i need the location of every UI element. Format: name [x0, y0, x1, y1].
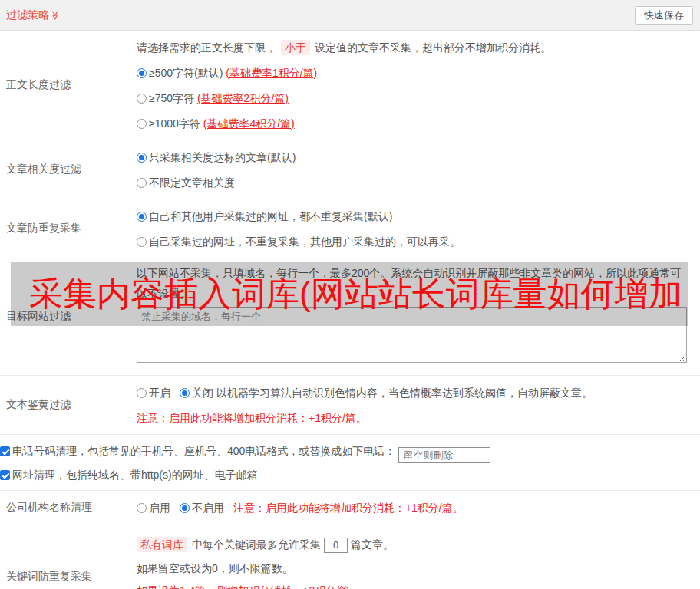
url-clean-option[interactable]: 网址清理，包括纯域名、带http(s)的网址、电子邮箱: [0, 469, 258, 481]
section-header: 过滤策略≫ 快速保存: [0, 0, 700, 31]
fee-note: (基础费率4积分/篇): [203, 117, 295, 130]
max-articles-input[interactable]: [324, 538, 348, 553]
checkbox-url-clean-icon[interactable]: [0, 470, 10, 480]
row-label: 关键词防重复采集: [0, 525, 137, 589]
company-option-on[interactable]: 启用: [137, 502, 170, 514]
row-porn-filter: 文本鉴黄过滤 开启关闭 以机器学习算法自动识别色情内容，当色情概率达到系统阈值，…: [0, 376, 700, 435]
radio-porn-off-icon[interactable]: [180, 388, 190, 398]
length-option-1000[interactable]: ≥1000字符 (基础费率4积分/篇): [137, 111, 694, 137]
radio-dedup-self-icon[interactable]: [137, 237, 147, 247]
radio-500-icon[interactable]: [137, 68, 147, 78]
radio-750-icon[interactable]: [137, 94, 147, 104]
row-company-name-cleaning: 公司机构名称清理 启用不启用 注意：启用此功能将增加积分消耗：+1积分/篇。: [0, 491, 700, 525]
length-intro: 请选择需求的正文长度下限，小于设定值的文章不采集，超出部分不增加积分消耗。: [137, 35, 694, 61]
dedup-option-global[interactable]: 自己和其他用户采集过的网址，都不重复采集(默认): [137, 204, 694, 229]
company-option-off[interactable]: 不启用: [180, 502, 224, 514]
watermark-banner-text: 采集内容插入词库(网站站长词库量如何增加: [11, 271, 682, 317]
replacement-phone-input[interactable]: [398, 447, 490, 463]
row-label: 文本鉴黄过滤: [0, 376, 137, 434]
dedup-option-self[interactable]: 自己采集过的网址，不重复采集，其他用户采集过的，可以再采。: [137, 229, 694, 255]
row-keyword-dedup: 关键词防重复采集 私有词库中每个关键词最多允许采集篇文章。 如果留空或设为0，则…: [0, 525, 700, 589]
row-label: 文章相关度过滤: [0, 140, 137, 199]
radio-relevance-any-icon[interactable]: [137, 178, 147, 188]
company-cost-note: 注意：启用此功能将增加积分消耗：+1积分/篇。: [233, 502, 464, 514]
porn-option-off[interactable]: 关闭: [180, 387, 213, 399]
row-relevance-filter: 文章相关度过滤 只采集相关度达标的文章(默认) 不限定文章相关度: [0, 140, 700, 199]
row-label: 正文长度过滤: [0, 31, 137, 140]
radio-porn-on-icon[interactable]: [137, 388, 147, 398]
radio-dedup-global-icon[interactable]: [137, 212, 147, 222]
row-body-length-filter: 正文长度过滤 请选择需求的正文长度下限，小于设定值的文章不采集，超出部分不增加积…: [0, 31, 700, 140]
less-than-badge: 小于: [281, 40, 310, 55]
radio-relevance-strict-icon[interactable]: [137, 153, 147, 163]
section-title[interactable]: 过滤策略≫: [6, 8, 61, 22]
radio-company-on-icon[interactable]: [137, 503, 147, 513]
porn-description: 以机器学习算法自动识别色情内容，当色情概率达到系统阈值，自动屏蔽文章。: [216, 387, 593, 399]
row-label: 公司机构名称清理: [0, 491, 137, 525]
keyword-note-zero: 如果留空或设为0，则不限篇数。: [137, 558, 694, 580]
fee-note: (基础费率2积分/篇): [197, 92, 289, 104]
quick-save-button[interactable]: 快速保存: [635, 6, 693, 25]
radio-company-off-icon[interactable]: [180, 503, 190, 513]
double-chevron-down-icon: ≫: [50, 10, 61, 20]
row-label: 文章防重复采集: [0, 199, 137, 258]
porn-cost-note: 注意：启用此功能将增加积分消耗：+1积分/篇。: [137, 406, 694, 431]
watermark-banner: 采集内容插入词库(网站站长词库量如何增加: [11, 262, 688, 326]
row-dedup-collection: 文章防重复采集 自己和其他用户采集过的网址，都不重复采集(默认) 自己采集过的网…: [0, 199, 700, 258]
phone-clean-option[interactable]: 电话号码清理，包括常见的手机号、座机号、400电话格式，或替换成如下电话：: [0, 445, 395, 457]
relevance-option-any[interactable]: 不限定文章相关度: [137, 170, 694, 196]
row-phone-url-cleaning: 电话号码清理，包括常见的手机号、座机号、400电话格式，或替换成如下电话： 网址…: [0, 435, 700, 491]
private-lexicon-badge: 私有词库: [137, 537, 187, 552]
section-title-text: 过滤策略: [6, 8, 49, 21]
porn-option-on[interactable]: 开启: [137, 387, 170, 399]
length-option-750[interactable]: ≥750字符 (基础费率2积分/篇): [137, 86, 694, 111]
fee-note: (基础费率1积分/篇): [226, 67, 317, 79]
keyword-note-cost: 如果设为1-4篇，则增加积分消耗：+2积分/篇。: [137, 580, 694, 589]
radio-1000-icon[interactable]: [137, 119, 147, 129]
relevance-option-strict[interactable]: 只采集相关度达标的文章(默认): [137, 145, 694, 170]
checkbox-phone-clean-icon[interactable]: [0, 446, 10, 456]
length-option-500[interactable]: ≥500字符(默认) (基础费率1积分/篇): [137, 61, 694, 86]
